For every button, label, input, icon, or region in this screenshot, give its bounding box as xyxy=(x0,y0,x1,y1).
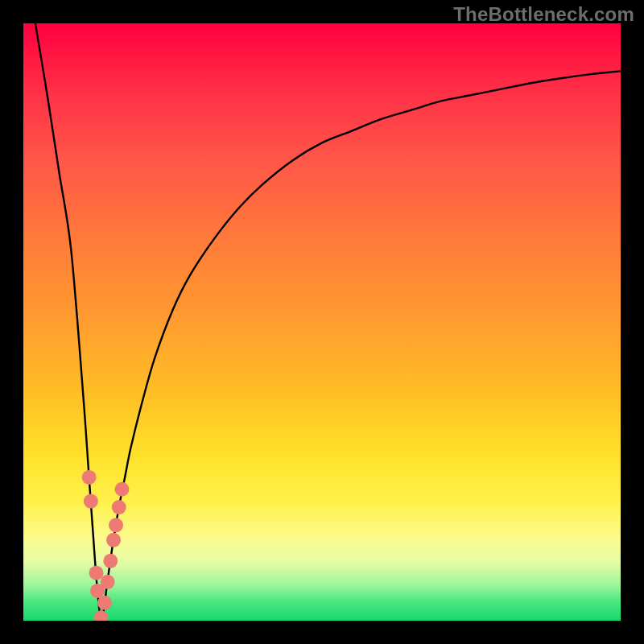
chart-frame: TheBottleneck.com xyxy=(0,0,644,644)
chart-svg xyxy=(23,23,621,621)
dot-right-7 xyxy=(114,482,129,497)
dot-right-3 xyxy=(103,554,118,568)
dot-right-1 xyxy=(97,596,112,610)
dot-right-5 xyxy=(109,518,123,532)
dot-right-6 xyxy=(112,500,126,514)
bottleneck-curve xyxy=(35,23,621,621)
dot-right-2 xyxy=(101,575,115,589)
plot-area xyxy=(23,23,621,621)
dot-right-4 xyxy=(106,533,121,547)
dot-left-3 xyxy=(89,566,104,580)
dot-left-2 xyxy=(84,494,98,509)
watermark-label: TheBottleneck.com xyxy=(453,3,634,26)
dot-min xyxy=(93,610,108,621)
dot-left-1 xyxy=(82,470,97,485)
